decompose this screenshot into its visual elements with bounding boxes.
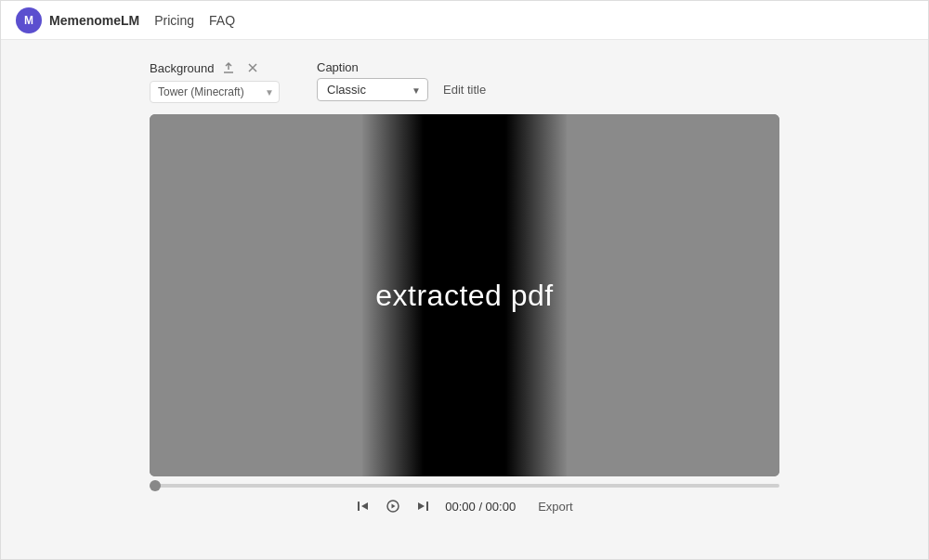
video-caption-text: extracted pdf: [375, 279, 554, 313]
playback-controls: 00:00 / 00:00 Export: [150, 499, 779, 514]
background-label: Background: [150, 61, 214, 75]
close-icon: [245, 60, 260, 75]
nav-brand: MemenomeLM: [49, 13, 139, 28]
background-select[interactable]: Tower (Minecraft) Beach Forest City: [150, 81, 280, 103]
play-icon: [386, 499, 400, 514]
logo-icon: M: [16, 7, 42, 33]
skip-forward-button[interactable]: [415, 499, 430, 514]
background-header: Background: [150, 59, 280, 77]
video-preview: extracted pdf: [150, 114, 779, 476]
upload-icon: [221, 60, 236, 75]
nav-logo[interactable]: M MemenomeLM: [16, 7, 139, 33]
caption-style-select[interactable]: Classic Modern Minimal Bold: [317, 78, 428, 101]
skip-back-button[interactable]: [356, 499, 371, 514]
progress-bar-wrap: [150, 484, 779, 488]
play-button[interactable]: [386, 499, 400, 514]
caption-label: Caption: [317, 60, 493, 74]
controls-row: Background Tower (Minecraft): [150, 59, 779, 103]
progress-thumb[interactable]: [150, 480, 161, 491]
time-display: 00:00 / 00:00: [445, 500, 516, 514]
caption-section: Caption Classic Modern Minimal Bold ▼ Ed…: [317, 60, 493, 101]
upload-button[interactable]: [219, 59, 238, 77]
skip-forward-icon: [415, 499, 430, 514]
clear-background-button[interactable]: [243, 59, 262, 77]
svg-rect-0: [358, 501, 360, 511]
svg-rect-2: [426, 501, 428, 511]
caption-select-wrap: Classic Modern Minimal Bold ▼: [317, 78, 428, 101]
navbar: M MemenomeLM Pricing FAQ: [1, 1, 928, 40]
background-section: Background Tower (Minecraft): [150, 59, 280, 103]
pricing-link[interactable]: Pricing: [154, 13, 194, 28]
edit-title-button[interactable]: Edit title: [436, 79, 493, 100]
export-button[interactable]: Export: [538, 500, 573, 514]
main-content: Background Tower (Minecraft): [1, 40, 928, 532]
background-select-wrap: Tower (Minecraft) Beach Forest City ▼: [150, 81, 280, 103]
caption-inner: Classic Modern Minimal Bold ▼ Edit title: [317, 78, 493, 101]
progress-track[interactable]: [150, 484, 779, 488]
skip-back-icon: [356, 499, 371, 514]
faq-link[interactable]: FAQ: [209, 13, 235, 28]
